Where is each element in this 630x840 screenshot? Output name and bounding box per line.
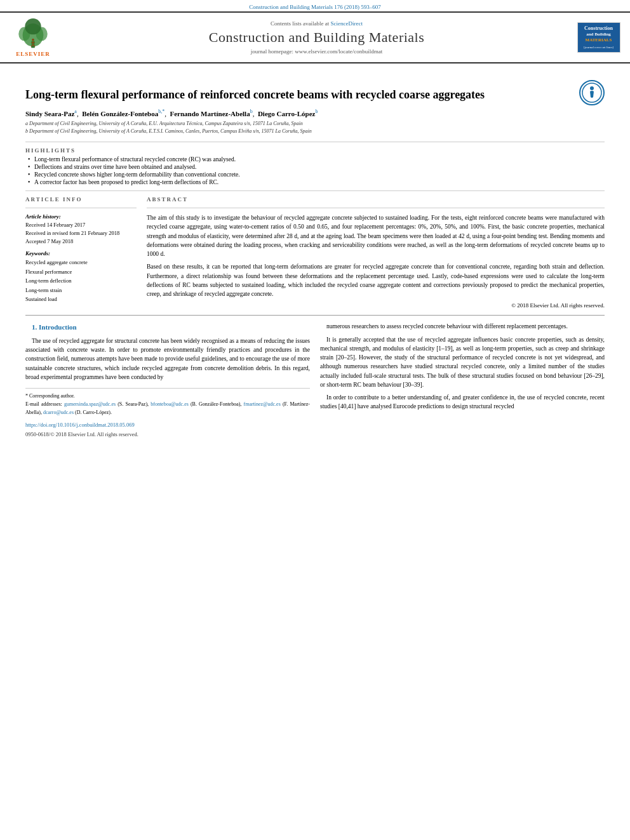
abstract-paragraph-2: Based on these results, it can be report… <box>147 262 605 298</box>
divider-1 <box>25 142 605 142</box>
affiliations: a Department of Civil Engineering, Unive… <box>25 120 605 135</box>
check-updates-icon <box>581 82 603 103</box>
page: Construction and Building Materials 176 … <box>0 0 630 840</box>
author-4: Diego Carro-López <box>258 110 316 117</box>
highlights-label: HIGHLIGHTS <box>25 147 605 154</box>
contents-line: Contents lists available at ScienceDirec… <box>271 20 363 27</box>
highlight-2: Deflections and strains over time have b… <box>28 164 605 170</box>
svg-point-4 <box>25 18 41 34</box>
received-date: Received 14 February 2017 <box>25 221 137 229</box>
info-abstract-columns: ARTICLE INFO Article history: Received 1… <box>25 196 605 309</box>
body-right-p1: numerous researchers to assess recycled … <box>320 322 605 331</box>
copyright-line: © 2018 Elsevier Ltd. All rights reserved… <box>147 302 605 309</box>
history-title: Article history: <box>25 213 137 220</box>
body-right-column: numerous researchers to assess recycled … <box>320 322 605 439</box>
abstract-text: The aim of this study is to investigate … <box>147 213 605 298</box>
author-2: Belén González-Fonteboa <box>82 110 158 117</box>
body-divider <box>25 315 605 316</box>
keyword-5: Sustained load <box>25 295 137 303</box>
email-2[interactable]: bfonteboa@udc.es <box>151 401 189 407</box>
issn-line: 0950-0618/© 2018 Elsevier Ltd. All right… <box>25 430 310 439</box>
journal-logo: Construction and Building MATERIALS [jou… <box>577 22 620 53</box>
article-history: Article history: Received 14 February 20… <box>25 213 137 245</box>
body-right-p3: In order to contribute to a better under… <box>320 393 605 411</box>
keywords-list: Recycled aggregate concrete Flexural per… <box>25 258 137 303</box>
article-info-column: ARTICLE INFO Article history: Received 1… <box>25 196 137 309</box>
elsevier-logo: ELSEVIER <box>8 18 58 57</box>
author-3: Fernando Martínez-Abella <box>170 110 250 117</box>
homepage-line: journal homepage: www.elsevier.com/locat… <box>251 48 382 55</box>
body-left-p1: The use of recycled aggregate for struct… <box>25 337 310 382</box>
highlight-4: A corrector factor has been proposed to … <box>28 179 605 185</box>
elsevier-brand-text: ELSEVIER <box>16 51 50 57</box>
highlights-list: Long-term flexural performance of struct… <box>25 156 605 185</box>
svg-point-5 <box>32 39 34 41</box>
corresponding-author-note: * Corresponding author. <box>25 392 310 401</box>
revised-date: Received in revised form 21 February 201… <box>25 229 137 237</box>
highlight-3: Recycled concrete shows higher long-term… <box>28 171 605 178</box>
svg-point-11 <box>590 86 594 90</box>
accepted-date: Accepted 7 May 2018 <box>25 237 137 246</box>
journal-reference: Construction and Building Materials 176 … <box>249 4 380 10</box>
highlights-section: HIGHLIGHTS Long-term flexural performanc… <box>25 147 605 185</box>
email-label: E-mail addresses: <box>25 401 64 407</box>
keywords-title: Keywords: <box>25 250 137 257</box>
affiliation-a: a Department of Civil Engineering, Unive… <box>25 120 605 128</box>
author-1: Sindy Seara-Paz <box>25 110 74 117</box>
article-area: Long-term flexural performance of reinfo… <box>0 63 630 446</box>
keyword-2: Flexural performance <box>25 267 137 276</box>
section-1-heading: 1. Introduction <box>25 322 310 333</box>
journal-reference-bar: Construction and Building Materials 176 … <box>0 0 630 11</box>
elsevier-tree-icon <box>14 18 52 50</box>
footnote-area: * Corresponding author. E-mail addresses… <box>25 388 310 439</box>
abstract-paragraph-1: The aim of this study is to investigate … <box>147 213 605 258</box>
abstract-label: ABSTRACT <box>147 196 605 203</box>
journal-header: ELSEVIER Contents lists available at Sci… <box>0 11 630 63</box>
article-title: Long-term flexural performance of reinfo… <box>25 88 572 102</box>
email-1[interactable]: gumersinda.spaz@udc.es <box>64 401 116 407</box>
article-info-label: ARTICLE INFO <box>25 196 137 203</box>
abstract-column: ABSTRACT The aim of this study is to inv… <box>147 196 605 309</box>
divider-abstract <box>147 208 605 208</box>
divider-info <box>25 208 137 208</box>
journal-title: Construction and Building Materials <box>209 29 425 46</box>
title-row: Long-term flexural performance of reinfo… <box>25 79 605 109</box>
divider-2 <box>25 190 605 191</box>
affiliation-b: b Department of Civil Engineering, Unive… <box>25 128 605 135</box>
check-for-updates-badge <box>579 80 605 105</box>
keyword-1: Recycled aggregate concrete <box>25 258 137 267</box>
keyword-3: Long-term deflection <box>25 276 137 285</box>
journal-logo-box: Construction and Building MATERIALS [jou… <box>575 18 622 57</box>
email-addresses: E-mail addresses: gumersinda.spaz@udc.es… <box>25 401 310 417</box>
keywords-group: Keywords: Recycled aggregate concrete Fl… <box>25 250 137 303</box>
body-columns: 1. Introduction The use of recycled aggr… <box>25 322 605 439</box>
email-4[interactable]: dcarro@udc.es <box>43 410 74 415</box>
keyword-4: Long-term strain <box>25 286 137 295</box>
sciencedirect-link[interactable]: ScienceDirect <box>331 20 363 27</box>
highlight-1: Long-term flexural performance of struct… <box>28 156 605 163</box>
email-3[interactable]: fmartinez@udc.es <box>244 401 281 407</box>
body-left-column: 1. Introduction The use of recycled aggr… <box>25 322 310 439</box>
body-right-p2: It is generally accepted that the use of… <box>320 335 605 390</box>
doi-line[interactable]: https://doi.org/10.1016/j.conbuildmat.20… <box>25 421 310 430</box>
authors-line: Sindy Seara-Paza, Belén González-Fontebo… <box>25 109 605 117</box>
header-center: Contents lists available at ScienceDirec… <box>65 18 568 57</box>
